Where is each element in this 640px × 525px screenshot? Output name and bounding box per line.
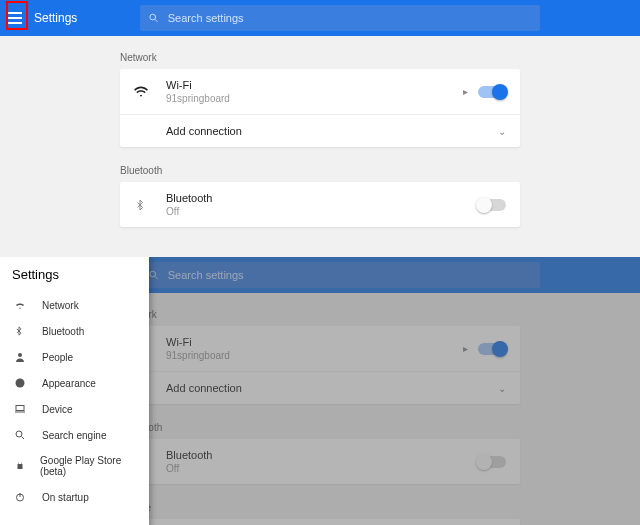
network-card: Wi-Fi 91springboard ▸ Add connection ⌄ xyxy=(120,69,520,147)
wifi-label: Wi-Fi xyxy=(166,79,463,91)
sidebar-item-bluetooth[interactable]: Bluetooth xyxy=(0,318,149,344)
add-connection-row[interactable]: Add connection ⌄ xyxy=(120,114,520,147)
drawer-title: Settings xyxy=(0,257,149,292)
svg-point-9 xyxy=(16,431,22,437)
sidebar-item-people[interactable]: People xyxy=(0,344,149,370)
section-label-network: Network xyxy=(120,46,640,69)
power-icon xyxy=(14,491,28,503)
bluetooth-label: Bluetooth xyxy=(166,192,478,204)
app-title: Settings xyxy=(34,11,77,25)
section-label-bluetooth: Bluetooth xyxy=(120,159,640,182)
sidebar-item-device[interactable]: Device xyxy=(0,396,149,422)
wifi-ssid: 91springboard xyxy=(166,93,463,104)
search-input[interactable] xyxy=(168,12,533,24)
sidebar-item-label: On startup xyxy=(42,492,89,503)
bluetooth-status: Off xyxy=(166,206,478,217)
chevron-right-icon: ▸ xyxy=(463,86,468,97)
search-icon xyxy=(148,12,159,24)
svg-rect-11 xyxy=(18,464,23,469)
sidebar-item-on-startup[interactable]: On startup xyxy=(0,484,149,510)
bluetooth-row[interactable]: Bluetooth Off xyxy=(120,182,520,227)
svg-point-5 xyxy=(18,353,22,357)
sidebar-item-label: Search engine xyxy=(42,430,107,441)
sidebar-item-play-store[interactable]: Google Play Store (beta) xyxy=(0,448,149,484)
svg-point-13 xyxy=(21,463,22,464)
svg-point-12 xyxy=(18,463,19,464)
sidebar-item-search-engine[interactable]: Search engine xyxy=(0,422,149,448)
menu-icon[interactable] xyxy=(6,8,26,28)
sidebar-item-network[interactable]: Network xyxy=(0,292,149,318)
sidebar-item-label: Bluetooth xyxy=(42,326,84,337)
chevron-down-icon: ⌄ xyxy=(498,126,506,137)
sidebar-item-appearance[interactable]: Appearance xyxy=(0,370,149,396)
svg-rect-7 xyxy=(16,406,24,411)
sidebar-item-label: Device xyxy=(42,404,73,415)
laptop-icon xyxy=(14,403,28,415)
sidebar-item-label: Google Play Store (beta) xyxy=(40,455,135,477)
svg-point-0 xyxy=(150,14,156,20)
sidebar-item-label: People xyxy=(42,352,73,363)
sidebar-item-label: Appearance xyxy=(42,378,96,389)
modal-overlay[interactable] xyxy=(149,257,640,525)
sidebar-item-label: Network xyxy=(42,300,79,311)
settings-content: Network Wi-Fi 91springboard ▸ Add connec… xyxy=(0,36,640,257)
svg-line-1 xyxy=(155,19,157,21)
wifi-icon xyxy=(14,299,28,311)
palette-icon xyxy=(14,377,28,389)
top-header: Settings xyxy=(0,0,640,36)
wifi-row[interactable]: Wi-Fi 91springboard ▸ xyxy=(120,69,520,114)
nav-drawer: Settings Network Bluetooth People Appear… xyxy=(0,257,149,525)
bluetooth-icon xyxy=(134,198,156,212)
bluetooth-icon xyxy=(14,325,28,337)
search-bar[interactable] xyxy=(140,5,540,31)
android-icon xyxy=(14,460,26,472)
svg-point-6 xyxy=(16,379,25,388)
wifi-toggle[interactable] xyxy=(478,86,506,98)
svg-line-10 xyxy=(22,437,25,440)
wifi-icon xyxy=(134,85,156,99)
add-connection-label: Add connection xyxy=(166,125,498,137)
bluetooth-toggle[interactable] xyxy=(478,199,506,211)
bluetooth-card: Bluetooth Off xyxy=(120,182,520,227)
search-icon xyxy=(14,429,28,441)
person-icon xyxy=(14,351,28,363)
